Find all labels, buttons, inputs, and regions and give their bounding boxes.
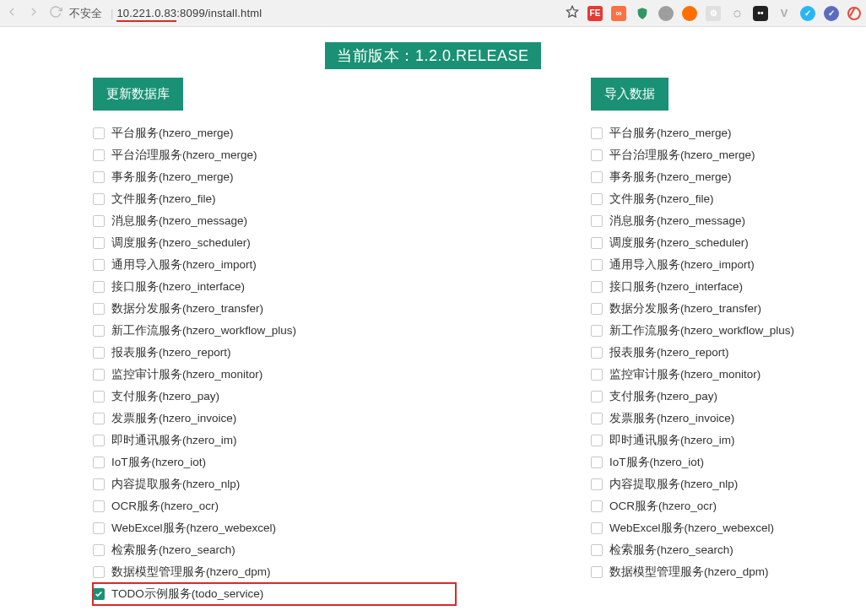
checkbox[interactable]	[93, 457, 105, 468]
checkbox[interactable]	[93, 193, 105, 205]
checkbox-label[interactable]: 发票服务(hzero_invoice)	[609, 411, 734, 426]
checkbox[interactable]	[591, 237, 603, 249]
checkbox-label[interactable]: IoT服务(hzero_iot)	[111, 455, 206, 470]
checkbox[interactable]	[591, 215, 603, 227]
checkbox[interactable]	[93, 347, 105, 359]
checkbox[interactable]	[591, 259, 603, 271]
checkbox-label[interactable]: 报表服务(hzero_report)	[111, 345, 231, 360]
ext-fe-icon[interactable]: FE	[587, 6, 603, 21]
checkbox-label[interactable]: OCR服务(hzero_ocr)	[609, 499, 717, 514]
checkbox[interactable]	[93, 369, 105, 381]
checkbox-label[interactable]: 平台治理服务(hzero_merge)	[609, 148, 755, 163]
checkbox-label[interactable]: 支付服务(hzero_pay)	[111, 389, 219, 404]
checkbox[interactable]	[93, 149, 105, 161]
checkbox-label[interactable]: WebExcel服务(hzero_webexcel)	[111, 521, 276, 536]
checkbox[interactable]	[93, 391, 105, 403]
checkbox[interactable]	[591, 369, 603, 381]
checkbox[interactable]	[93, 435, 105, 446]
checkbox-label[interactable]: 数据模型管理服务(hzero_dpm)	[609, 565, 769, 580]
checkbox-label[interactable]: 内容提取服务(hzero_nlp)	[609, 477, 738, 492]
checkbox[interactable]	[93, 588, 105, 600]
checkbox-label[interactable]: 通用导入服务(hzero_import)	[111, 257, 257, 273]
import-data-button[interactable]: 导入数据	[591, 78, 668, 111]
checkbox[interactable]	[591, 391, 603, 403]
checkbox-label[interactable]: 消息服务(hzero_message)	[111, 213, 247, 229]
checkbox-label[interactable]: 事务服务(hzero_merge)	[609, 170, 732, 185]
back-icon[interactable]	[5, 5, 19, 21]
checkbox-label[interactable]: 消息服务(hzero_message)	[609, 213, 745, 229]
checkbox-label[interactable]: 调度服务(hzero_scheduler)	[609, 235, 749, 251]
ext-panda-icon[interactable]: ••	[753, 6, 768, 21]
checkbox[interactable]	[93, 281, 105, 293]
checkbox[interactable]	[591, 457, 603, 468]
checkbox-label[interactable]: 内容提取服务(hzero_nlp)	[111, 477, 240, 492]
checkbox[interactable]	[93, 171, 105, 183]
checkbox-label[interactable]: 文件服务(hzero_file)	[609, 192, 714, 207]
checkbox[interactable]	[591, 544, 603, 556]
checkbox-label[interactable]: 数据模型管理服务(hzero_dpm)	[111, 565, 271, 580]
checkbox[interactable]	[93, 303, 105, 315]
checkbox[interactable]	[93, 413, 105, 424]
checkbox[interactable]	[93, 127, 105, 139]
checkbox[interactable]	[591, 127, 603, 139]
checkbox[interactable]	[591, 325, 603, 337]
checkbox-label[interactable]: 通用导入服务(hzero_import)	[609, 257, 755, 273]
checkbox[interactable]	[93, 566, 105, 578]
ext-infinity-icon[interactable]: ∞	[611, 6, 626, 21]
ext-shield-icon[interactable]	[635, 6, 650, 21]
url-field[interactable]: 10.221.0.83:8099/install.html	[116, 7, 262, 19]
checkbox-label[interactable]: 监控审计服务(hzero_monitor)	[609, 367, 760, 382]
forward-icon[interactable]	[27, 5, 41, 21]
checkbox-label[interactable]: 调度服务(hzero_scheduler)	[111, 235, 251, 251]
checkbox-label[interactable]: 新工作流服务(hzero_workflow_plus)	[609, 323, 794, 338]
checkbox-label[interactable]: TODO示例服务(todo_service)	[111, 586, 263, 602]
checkbox[interactable]	[93, 237, 105, 249]
update-db-button[interactable]: 更新数据库	[93, 78, 183, 111]
checkbox-label[interactable]: 监控审计服务(hzero_monitor)	[111, 367, 263, 382]
checkbox-label[interactable]: 支付服务(hzero_pay)	[609, 389, 717, 404]
checkbox[interactable]	[591, 193, 603, 205]
ext-ring-icon[interactable]	[847, 7, 861, 20]
checkbox-label[interactable]: IoT服务(hzero_iot)	[609, 455, 704, 470]
checkbox[interactable]	[591, 500, 603, 512]
checkbox-label[interactable]: 检索服务(hzero_search)	[111, 543, 235, 558]
checkbox-label[interactable]: 事务服务(hzero_merge)	[111, 170, 234, 185]
ext-v-icon[interactable]: V	[777, 6, 792, 21]
checkbox[interactable]	[93, 259, 105, 271]
checkbox[interactable]	[591, 303, 603, 315]
checkbox[interactable]	[591, 149, 603, 161]
checkbox-label[interactable]: OCR服务(hzero_ocr)	[111, 499, 219, 514]
checkbox[interactable]	[591, 413, 603, 424]
checkbox[interactable]	[93, 522, 105, 534]
checkbox-label[interactable]: 接口服务(hzero_interface)	[609, 279, 743, 294]
checkbox[interactable]	[93, 478, 105, 490]
ext-gear-icon[interactable]: ⚙	[706, 6, 721, 21]
checkbox-label[interactable]: 发票服务(hzero_invoice)	[111, 411, 236, 426]
checkbox-label[interactable]: WebExcel服务(hzero_webexcel)	[609, 521, 774, 536]
checkbox[interactable]	[591, 435, 603, 446]
checkbox-label[interactable]: 接口服务(hzero_interface)	[111, 279, 245, 294]
checkbox[interactable]	[93, 544, 105, 556]
checkbox-label[interactable]: 新工作流服务(hzero_workflow_plus)	[111, 323, 296, 338]
checkbox[interactable]	[591, 171, 603, 183]
reload-icon[interactable]	[49, 5, 62, 21]
checkbox-label[interactable]: 数据分发服务(hzero_transfer)	[111, 301, 263, 316]
checkbox-label[interactable]: 即时通讯服务(hzero_im)	[111, 433, 237, 448]
ext-purple-icon[interactable]: ✓	[824, 6, 839, 21]
checkbox[interactable]	[591, 566, 603, 578]
bookmark-star-icon[interactable]	[566, 5, 579, 21]
checkbox-label[interactable]: 检索服务(hzero_search)	[609, 543, 733, 558]
checkbox[interactable]	[93, 215, 105, 227]
checkbox[interactable]	[591, 522, 603, 534]
checkbox-label[interactable]: 平台治理服务(hzero_merge)	[111, 148, 257, 163]
ext-circle-orange-icon[interactable]	[682, 6, 697, 21]
checkbox-label[interactable]: 文件服务(hzero_file)	[111, 192, 216, 207]
checkbox-label[interactable]: 平台服务(hzero_merge)	[111, 126, 234, 141]
checkbox[interactable]	[591, 478, 603, 490]
checkbox-label[interactable]: 报表服务(hzero_report)	[609, 345, 729, 360]
checkbox-label[interactable]: 平台服务(hzero_merge)	[609, 126, 732, 141]
ext-dots-icon[interactable]: ◌	[729, 6, 744, 21]
checkbox-label[interactable]: 即时通讯服务(hzero_im)	[609, 433, 735, 448]
ext-blue-icon[interactable]: ✓	[800, 6, 815, 21]
checkbox[interactable]	[93, 500, 105, 512]
